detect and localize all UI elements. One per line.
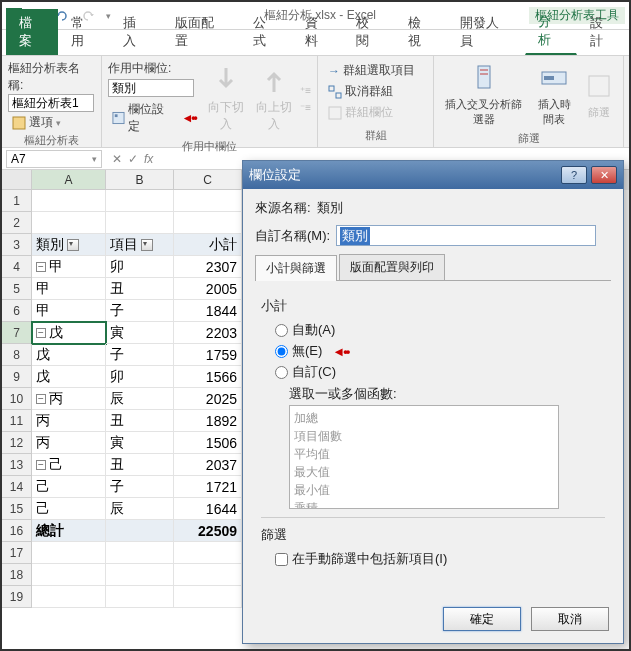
list-item[interactable]: 項目個數 (294, 428, 554, 445)
cell[interactable] (106, 212, 174, 234)
tab-dev[interactable]: 開發人員 (447, 9, 525, 55)
cell[interactable]: 子 (106, 300, 174, 322)
cell[interactable]: 辰 (106, 388, 174, 410)
radio-none-input[interactable] (275, 345, 288, 358)
tab-layout-print[interactable]: 版面配置與列印 (339, 254, 445, 280)
list-item[interactable]: 最大值 (294, 464, 554, 481)
cell[interactable]: 己 (32, 476, 106, 498)
row-header[interactable]: 2 (2, 212, 32, 234)
include-new-items-input[interactable] (275, 553, 288, 566)
row-header[interactable]: 13 (2, 454, 32, 476)
row-header[interactable]: 1 (2, 190, 32, 212)
cell[interactable]: 甲 (32, 300, 106, 322)
cell[interactable] (174, 564, 242, 586)
radio-auto[interactable]: 自動(A) (275, 321, 605, 339)
cell[interactable]: 2037 (174, 454, 242, 476)
expand-field-icon[interactable]: ⁺≡ (300, 85, 311, 96)
radio-custom-input[interactable] (275, 366, 288, 379)
cell[interactable]: 丙 (32, 432, 106, 454)
cell[interactable]: −戊 (32, 322, 106, 344)
cell[interactable] (32, 190, 106, 212)
cell[interactable]: 1759 (174, 344, 242, 366)
row-header[interactable]: 3 (2, 234, 32, 256)
tab-file[interactable]: 檔案 (6, 9, 58, 55)
row-header[interactable]: 18 (2, 564, 32, 586)
col-header-a[interactable]: A (32, 170, 106, 190)
cell[interactable]: 1506 (174, 432, 242, 454)
collapse-icon[interactable]: − (36, 460, 46, 470)
tab-subtotal-filter[interactable]: 小計與篩選 (255, 255, 337, 281)
tab-analyze[interactable]: 分析 (525, 8, 577, 55)
row-header[interactable]: 12 (2, 432, 32, 454)
cell[interactable]: 2203 (174, 322, 242, 344)
table-name-input[interactable] (8, 94, 94, 112)
col-header-b[interactable]: B (106, 170, 174, 190)
row-header[interactable]: 10 (2, 388, 32, 410)
cell[interactable] (32, 542, 106, 564)
collapse-icon[interactable]: − (36, 394, 46, 404)
cell[interactable] (106, 542, 174, 564)
list-item[interactable]: 乘積 (294, 500, 554, 509)
tab-view[interactable]: 檢視 (395, 9, 447, 55)
row-header[interactable]: 9 (2, 366, 32, 388)
list-item[interactable]: 最小值 (294, 482, 554, 499)
filter-dropdown-icon[interactable] (141, 239, 153, 251)
cell[interactable]: 辰 (106, 498, 174, 520)
cell[interactable] (32, 564, 106, 586)
list-item[interactable]: 加總 (294, 410, 554, 427)
row-header[interactable]: 17 (2, 542, 32, 564)
radio-auto-input[interactable] (275, 324, 288, 337)
cell[interactable]: 類別 (32, 234, 106, 256)
cell[interactable] (174, 586, 242, 608)
cell[interactable] (174, 542, 242, 564)
filter-dropdown-icon[interactable] (67, 239, 79, 251)
select-all-corner[interactable] (2, 170, 32, 190)
cell[interactable] (106, 190, 174, 212)
cell[interactable]: 1721 (174, 476, 242, 498)
custom-name-input[interactable] (336, 225, 596, 246)
cell[interactable]: 2025 (174, 388, 242, 410)
cell[interactable]: 總計 (32, 520, 106, 542)
fx-icon[interactable]: fx (144, 152, 153, 166)
cell[interactable]: 子 (106, 476, 174, 498)
tab-home[interactable]: 常用 (58, 9, 110, 55)
tab-insert[interactable]: 插入 (110, 9, 162, 55)
collapse-field-icon[interactable]: ⁻≡ (300, 102, 311, 113)
ungroup-button[interactable]: 取消群組 (324, 81, 427, 102)
enter-formula-icon[interactable]: ✓ (128, 152, 138, 166)
radio-none[interactable]: 無(E) ◄•• (275, 342, 605, 360)
cell[interactable]: 丙 (32, 410, 106, 432)
cell[interactable]: 子 (106, 344, 174, 366)
dialog-titlebar[interactable]: 欄位設定 ? ✕ (243, 161, 623, 189)
row-header[interactable]: 6 (2, 300, 32, 322)
insert-timeline-button[interactable]: 插入時間表 (532, 60, 577, 129)
cell[interactable]: 2307 (174, 256, 242, 278)
tab-layout[interactable]: 版面配置 (162, 9, 240, 55)
cell[interactable]: 戊 (32, 366, 106, 388)
row-header[interactable]: 7 (2, 322, 32, 344)
row-header[interactable]: 5 (2, 278, 32, 300)
drill-down-button[interactable]: 向下切入 (204, 62, 248, 135)
tab-data[interactable]: 資料 (292, 9, 344, 55)
row-header[interactable]: 14 (2, 476, 32, 498)
cell[interactable]: 寅 (106, 432, 174, 454)
close-button[interactable]: ✕ (591, 166, 617, 184)
cell[interactable]: 22509 (174, 520, 242, 542)
tab-review[interactable]: 校閱 (343, 9, 395, 55)
cancel-button[interactable]: 取消 (531, 607, 609, 631)
functions-listbox[interactable]: 加總 項目個數 平均值 最大值 最小值 乘積 (289, 405, 559, 509)
cell[interactable] (106, 564, 174, 586)
options-button[interactable]: 選項 ▾ (8, 112, 95, 133)
list-item[interactable]: 平均值 (294, 446, 554, 463)
row-header[interactable]: 16 (2, 520, 32, 542)
cell[interactable] (174, 190, 242, 212)
help-button[interactable]: ? (561, 166, 587, 184)
ok-button[interactable]: 確定 (443, 607, 521, 631)
row-header[interactable]: 15 (2, 498, 32, 520)
include-new-items-checkbox[interactable]: 在手動篩選中包括新項目(I) (275, 550, 605, 568)
cell[interactable] (174, 212, 242, 234)
name-box[interactable]: A7 ▾ (6, 150, 102, 168)
cell[interactable]: 小計 (174, 234, 242, 256)
field-settings-button[interactable]: 欄位設定 ◄•• (108, 99, 200, 137)
group-fields-button[interactable]: 群組欄位 (324, 102, 427, 123)
